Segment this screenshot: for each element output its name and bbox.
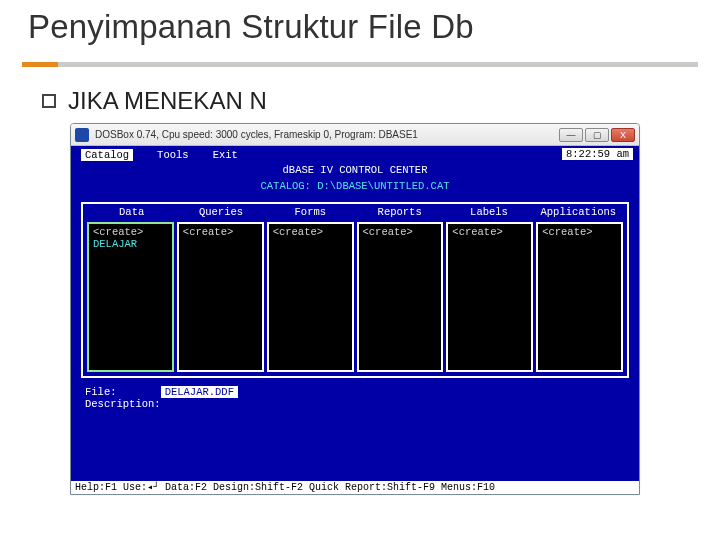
panel-labels[interactable]: <create> xyxy=(446,222,533,372)
file-value: DELAJAR.DDF xyxy=(161,386,238,398)
bullet-row: JIKA MENEKAN N xyxy=(22,87,698,115)
col-applications: Applications xyxy=(534,206,623,218)
panel-queries[interactable]: <create> xyxy=(177,222,264,372)
panels-container: Data Queries Forms Reports Labels Applic… xyxy=(81,202,629,378)
control-center-title: dBASE IV CONTROL CENTER xyxy=(75,164,635,176)
panels-row: <create> DELAJAR <create> <create> <crea… xyxy=(85,222,625,374)
dos-menubar: Catalog Tools Exit xyxy=(75,148,635,162)
accent-orange xyxy=(22,62,58,67)
panel-create[interactable]: <create> xyxy=(452,226,527,238)
panel-data[interactable]: <create> DELAJAR xyxy=(87,222,174,372)
dosbox-icon xyxy=(75,128,89,142)
col-forms: Forms xyxy=(266,206,355,218)
maximize-button[interactable]: ▢ xyxy=(585,128,609,142)
panel-create[interactable]: <create> xyxy=(273,226,348,238)
window-title: DOSBox 0.74, Cpu speed: 3000 cycles, Fra… xyxy=(95,129,553,140)
bullet-text: JIKA MENEKAN N xyxy=(68,87,267,115)
menu-tools[interactable]: Tools xyxy=(157,149,189,161)
panel-create[interactable]: <create> xyxy=(93,226,168,238)
bullet-icon xyxy=(42,94,56,108)
panel-create[interactable]: <create> xyxy=(542,226,617,238)
help-bar: Help:F1 Use:◂┘ Data:F2 Design:Shift-F2 Q… xyxy=(71,481,639,495)
panel-create[interactable]: <create> xyxy=(183,226,258,238)
clock: 8:22:59 am xyxy=(562,148,633,160)
column-headers: Data Queries Forms Reports Labels Applic… xyxy=(85,206,625,222)
panel-reports[interactable]: <create> xyxy=(357,222,444,372)
dosbox-window: DOSBox 0.74, Cpu speed: 3000 cycles, Fra… xyxy=(70,123,640,495)
panel-applications[interactable]: <create> xyxy=(536,222,623,372)
description-label: Description: xyxy=(85,398,625,410)
dos-screen: Catalog Tools Exit 8:22:59 am dBASE IV C… xyxy=(71,146,639,494)
title-underline xyxy=(22,62,698,67)
accent-grey xyxy=(58,62,698,67)
minimize-button[interactable]: — xyxy=(559,128,583,142)
panel-forms[interactable]: <create> xyxy=(267,222,354,372)
window-button-group: — ▢ X xyxy=(559,128,635,142)
menu-catalog[interactable]: Catalog xyxy=(81,149,133,161)
catalog-path: CATALOG: D:\DBASE\UNTITLED.CAT xyxy=(75,180,635,192)
col-data: Data xyxy=(87,206,176,218)
window-titlebar[interactable]: DOSBox 0.74, Cpu speed: 3000 cycles, Fra… xyxy=(71,124,639,146)
col-reports: Reports xyxy=(355,206,444,218)
close-button[interactable]: X xyxy=(611,128,635,142)
panel-create[interactable]: <create> xyxy=(363,226,438,238)
col-queries: Queries xyxy=(176,206,265,218)
file-label: File: xyxy=(85,386,117,398)
slide-title: Penyimpanan Struktur File Db xyxy=(22,8,698,46)
menu-exit[interactable]: Exit xyxy=(213,149,238,161)
file-info: File: DELAJAR.DDF Description: xyxy=(75,380,635,410)
panel-item-delajar[interactable]: DELAJAR xyxy=(93,238,168,250)
col-labels: Labels xyxy=(444,206,533,218)
